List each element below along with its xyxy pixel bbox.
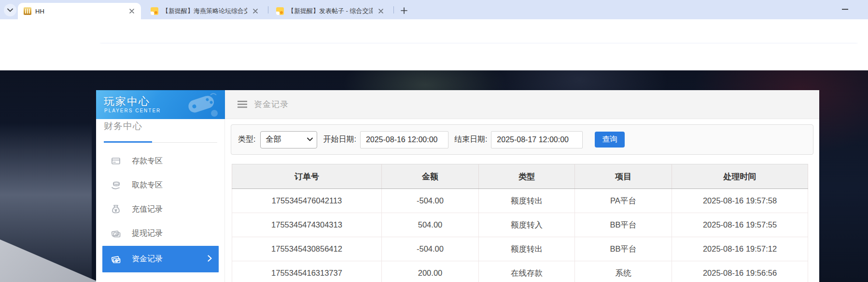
hamburger-menu-icon[interactable] — [238, 101, 247, 108]
cell-type: 额度转出 — [479, 237, 575, 261]
type-select[interactable]: 全部 — [260, 131, 317, 148]
type-label: 类型: — [238, 134, 255, 145]
bookmarks-bar: 淘 爱淘宝 百度一下 — [0, 43, 868, 70]
wallet-cards-icon — [111, 228, 121, 239]
table-row: 1755345474304313 504.00 额度转入 BB平台 2025-0… — [232, 213, 808, 237]
table-row: 1755345416313737 200.00 在线存款 系统 2025-08-… — [232, 261, 808, 282]
tab-title: 【新提醒】海燕策略论坛综合交 — [162, 7, 247, 15]
table-row: 1755345476042113 -504.00 额度转出 PA平台 2025-… — [232, 189, 808, 213]
chevron-down-icon — [307, 137, 313, 141]
withdraw-hand-icon — [111, 180, 121, 190]
sidebar-header: 玩家中心 PLAYERS CENTER — [96, 90, 225, 119]
cell-type: 额度转出 — [479, 189, 575, 213]
tab-title: 【新提醒】发表帖子 - 综合交流 — [288, 7, 373, 15]
cell-project: 系统 — [575, 261, 672, 282]
start-date-input[interactable] — [360, 131, 448, 148]
sidebar-item-label: 资金记录 — [132, 254, 163, 264]
deposit-card-icon — [111, 156, 121, 166]
sidebar-item-recharge-records[interactable]: 充值记录 — [96, 197, 225, 221]
browser-window: HH 【新提醒】海燕策略论坛综合交 【新提醒】发表帖子 - 综合交流 — [0, 0, 868, 282]
fund-records-table: 订单号 金额 类型 项目 处理时间 1755345476042113 -504.… — [232, 164, 808, 282]
sidebar-item-label: 提现记录 — [132, 228, 163, 239]
sidebar-item-label: 存款专区 — [132, 156, 163, 166]
tab-separator — [268, 6, 268, 13]
banknotes-icon — [111, 254, 121, 265]
tab-search-caret-icon[interactable] — [4, 4, 16, 16]
end-date-label: 结束日期: — [454, 134, 487, 145]
tab-post[interactable]: 【新提醒】发表帖子 - 综合交流 — [270, 3, 390, 19]
chevron-right-icon — [208, 255, 212, 264]
cell-order: 1755345430856412 — [232, 237, 382, 261]
close-icon[interactable] — [127, 7, 136, 15]
table-row: 1755345430856412 -504.00 额度转出 BB平台 2025-… — [232, 237, 808, 261]
cell-order: 1755345416313737 — [232, 261, 382, 282]
tab-hh[interactable]: HH — [18, 3, 141, 19]
cell-time: 2025-08-16 19:56:56 — [672, 261, 808, 282]
minimize-icon[interactable] — [834, 0, 856, 18]
col-amount: 金额 — [382, 164, 479, 189]
new-tab-plus-icon[interactable] — [398, 4, 410, 17]
fund-records-content: 资金记录 类型: 全部 开始日期: 结束日期: 查询 订单号 — [225, 90, 819, 282]
sidebar-item-label: 取款专区 — [132, 180, 163, 190]
cell-type: 在线存款 — [479, 261, 575, 282]
sidebar-item-withdrawal-records[interactable]: 提现记录 — [96, 221, 225, 245]
yellow-note-favicon — [276, 7, 284, 15]
players-center-subtitle: PLAYERS CENTER — [104, 108, 161, 113]
finance-center-section-title: 财务中心 — [104, 120, 142, 133]
sidebar: 玩家中心 PLAYERS CENTER 财务中心 — [96, 90, 225, 282]
content-header: 资金记录 — [225, 90, 819, 119]
gamepad-icon — [182, 92, 220, 119]
col-process-time: 处理时间 — [672, 164, 808, 189]
close-icon[interactable] — [377, 7, 385, 15]
cell-amount: -504.00 — [382, 237, 479, 261]
sidebar-item-fund-records[interactable]: 资金记录 — [102, 246, 219, 272]
moneybag-icon — [111, 204, 121, 215]
user-center-panel: 玩家中心 PLAYERS CENTER 财务中心 — [96, 90, 819, 282]
yellow-note-favicon — [151, 7, 158, 15]
page-title: 资金记录 — [254, 99, 289, 110]
cell-time: 2025-08-16 19:57:55 — [672, 213, 808, 237]
players-center-title: 玩家中心 — [104, 94, 150, 109]
col-project: 项目 — [575, 164, 672, 189]
cell-project: BB平台 — [575, 237, 672, 261]
section-divider-accent — [104, 141, 152, 143]
start-date-label: 开始日期: — [323, 134, 356, 145]
cell-amount: 200.00 — [382, 261, 479, 282]
sidebar-menu: 存款专区 取款专区 充值记录 — [96, 149, 225, 282]
cell-order: 1755345476042113 — [232, 189, 382, 213]
end-date-input[interactable] — [491, 131, 583, 148]
cell-amount: 504.00 — [382, 213, 479, 237]
search-button[interactable]: 查询 — [595, 132, 625, 148]
col-type: 类型 — [479, 164, 575, 189]
close-icon[interactable] — [251, 7, 260, 15]
type-select-value: 全部 — [266, 134, 281, 145]
cell-time: 2025-08-16 19:57:58 — [672, 189, 808, 213]
tab-haiyan-forum[interactable]: 【新提醒】海燕策略论坛综合交 — [145, 3, 265, 19]
sidebar-item-withdraw-zone[interactable]: 取款专区 — [96, 173, 225, 197]
table-header-row: 订单号 金额 类型 项目 处理时间 — [232, 164, 808, 189]
filter-bar: 类型: 全部 开始日期: 结束日期: 查询 — [231, 124, 813, 155]
tab-separator — [393, 6, 394, 13]
cell-amount: -504.00 — [382, 189, 479, 213]
gold-site-favicon — [24, 7, 31, 15]
cell-project: BB平台 — [575, 213, 672, 237]
col-order-number: 订单号 — [232, 164, 382, 189]
tab-strip: HH 【新提醒】海燕策略论坛综合交 【新提醒】发表帖子 - 综合交流 — [0, 0, 868, 19]
tab-title: HH — [35, 8, 124, 15]
cell-type: 额度转入 — [479, 213, 575, 237]
sidebar-item-deposit-zone[interactable]: 存款专区 — [96, 149, 225, 173]
cell-project: PA平台 — [575, 189, 672, 213]
cell-time: 2025-08-16 19:57:12 — [672, 237, 808, 261]
browser-toolbar: mgm1065.com/hhcp/usercenter.html?iniType… — [0, 19, 868, 43]
sidebar-item-label: 充值记录 — [132, 204, 163, 215]
cell-order: 1755345474304313 — [232, 213, 382, 237]
